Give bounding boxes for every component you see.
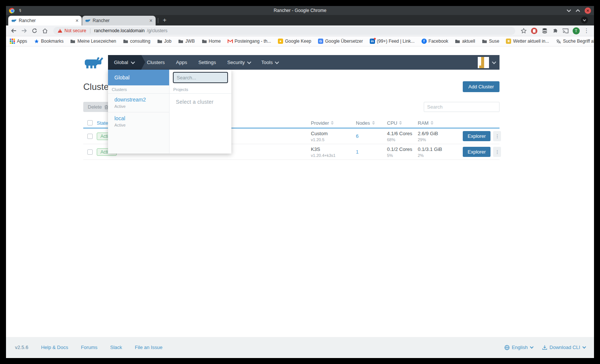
nav-item-tools[interactable]: Tools [256,55,284,70]
user-identicon-avatar[interactable] [478,57,489,68]
bookmark-linkedin-feed[interactable]: in(99+) Feed | Link... [370,39,415,44]
rancher-logo[interactable] [83,55,108,70]
row-checkbox[interactable] [87,134,93,139]
new-tab-button[interactable]: + [160,16,169,24]
bookmark-suche-begriff[interactable]: Suche Begriff als... [556,39,594,44]
keep-icon: ● [278,39,283,44]
extensions-puzzle-icon[interactable] [550,26,560,35]
nav-item-apps[interactable]: Apps [170,55,193,70]
tab-close-icon[interactable]: ✕ [149,18,153,23]
tab-strip: Rancher ✕ Rancher ✕ + [6,15,594,25]
cast-icon[interactable] [561,26,570,35]
reload-button[interactable] [30,26,39,35]
folder-icon [202,39,207,44]
tab-search-button[interactable] [581,16,588,24]
explorer-button[interactable]: Explorer [463,147,490,157]
tab-rancher-active[interactable]: Rancher ✕ [8,16,82,25]
rancher-header: Global Clusters Apps Settings Security T… [83,46,500,70]
tab-rancher-inactive[interactable]: Rancher ✕ [82,16,156,25]
bookmark-star-icon[interactable] [519,26,528,35]
ram-percent: 29% [418,137,463,142]
row-menu-kebab-icon[interactable]: ⋮ [493,147,501,157]
bookmark-folder-home[interactable]: Home [202,39,221,44]
footer-link-help-docs[interactable]: Help & Docs [41,345,68,350]
row-menu-kebab-icon[interactable]: ⋮ [493,131,501,141]
bookmark-folder-aktuell[interactable]: aktuell [455,39,475,44]
nodes-count-link[interactable]: 6 [356,133,387,139]
bookmark-google-uebersetzer[interactable]: GGoogle Übersetzer [318,39,363,44]
download-cli-menu[interactable]: Download CLI [542,345,585,350]
column-header-ram[interactable]: RAM [418,120,463,126]
language-selector[interactable]: English [504,345,533,350]
tab-close-icon[interactable]: ✕ [75,18,79,23]
forward-button[interactable] [20,26,28,35]
nav-item-security[interactable]: Security [222,55,256,70]
column-header-nodes[interactable]: Nodes [356,120,387,126]
sort-icon [331,121,334,125]
projects-placeholder: Select a cluster [170,94,231,105]
bookmark-facebook[interactable]: fFacebook [422,39,448,44]
footer-link-file-an-issue[interactable]: File an Issue [135,345,163,350]
back-button[interactable] [9,26,18,35]
tab-title: Rancher [19,18,73,23]
browser-menu-kebab-icon[interactable]: ⋮ [582,26,591,35]
adblock-extension-icon[interactable] [530,26,538,35]
ram-value: 2.6/9 GiB [418,131,463,136]
nodes-count-link[interactable]: 1 [356,149,387,155]
address-bar[interactable]: Not secure ranchernode.localdomain/g/clu… [53,27,515,35]
footer-link-forums[interactable]: Forums [81,345,98,350]
folder-icon [455,39,460,44]
provider-name: Custom [311,131,356,136]
bookmark-folder-suse[interactable]: Suse [482,39,499,44]
cpu-percent: 68% [387,137,418,142]
bookmark-folder-jwb[interactable]: JWB [178,39,195,44]
home-button[interactable] [40,26,50,35]
provider-version: v1.20.5 [311,137,356,142]
provider-name: K3S [311,146,356,152]
bookmark-folder-meine-lesezeichen[interactable]: Meine Lesezeichen [70,39,116,44]
bookmark-folder-consulting[interactable]: consulting [123,39,150,44]
star-icon [34,39,39,44]
column-header-cpu[interactable]: CPU [387,120,418,126]
add-cluster-button[interactable]: Add Cluster [463,81,500,92]
menu-item-cluster-downstream2[interactable]: downstream2 Active [108,94,169,112]
sort-icon [372,121,375,125]
clusters-section-header: Clusters [108,85,169,94]
bookmark-wetter[interactable]: ☀Wetter aktuell in... [506,39,549,44]
nav-item-global[interactable]: Global [108,55,141,70]
bookmark-google-keep[interactable]: ●Google Keep [278,39,311,44]
footer-link-slack[interactable]: Slack [110,345,122,350]
nav-item-settings[interactable]: Settings [193,55,222,70]
apps-grid-icon [10,39,15,44]
cluster-search-input[interactable] [173,72,228,83]
chevron-down-icon [130,60,135,64]
stack-extension-icon[interactable] [540,26,549,35]
menu-item-cluster-local[interactable]: local Active [108,112,169,131]
bookmark-folder-job[interactable]: Job [157,39,171,44]
facebook-icon: f [422,39,427,44]
folder-icon [70,39,75,44]
bookmark-posteingang[interactable]: Posteingang - th... [228,39,271,44]
tab-divider [158,18,158,23]
bookmarks-bar: Apps Bookmarks Meine Lesezeichen consult… [6,36,594,46]
url-path: /g/clusters [147,28,168,33]
chevron-down-icon [530,345,534,349]
profile-avatar[interactable]: T [572,26,580,35]
not-secure-label[interactable]: Not secure [64,28,86,33]
cluster-status: Active [114,104,169,109]
chevron-down-icon[interactable] [492,60,496,64]
column-header-provider[interactable]: Provider [311,120,356,126]
menu-item-global-selected[interactable]: Global [108,70,169,85]
table-search-input[interactable] [424,102,500,112]
select-all-checkbox[interactable] [87,120,93,125]
bookmark-bookmarks[interactable]: Bookmarks [34,39,63,44]
close-button[interactable]: ✕ [585,7,591,14]
cpu-value: 0.1/2 Cores [387,146,418,152]
row-checkbox[interactable] [87,149,93,155]
minimize-button[interactable] [567,9,571,12]
version-label: v2.5.6 [15,345,28,350]
maximize-button[interactable] [576,9,580,12]
nav-item-clusters[interactable]: Clusters [141,55,171,70]
bookmark-apps[interactable]: Apps [10,39,27,44]
explorer-button[interactable]: Explorer [463,131,490,141]
